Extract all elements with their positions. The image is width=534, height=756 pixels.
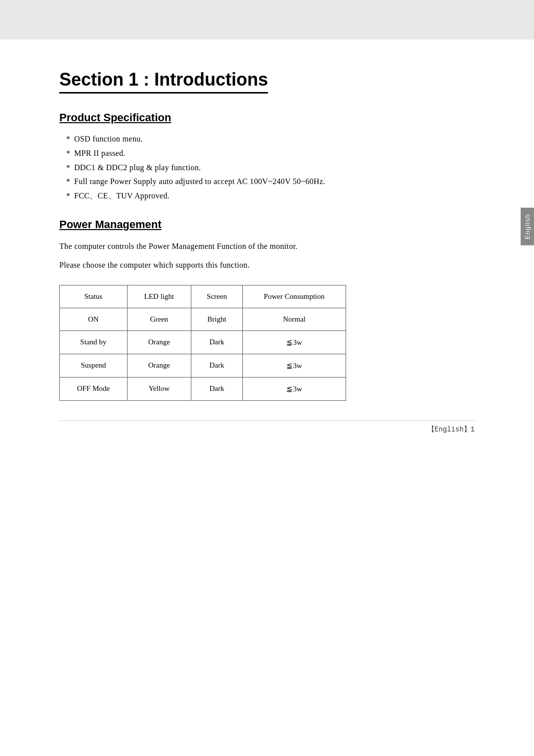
bullet-item: MPR II passed. <box>64 146 475 161</box>
pm-table-header-cell: Screen <box>191 285 242 308</box>
product-spec-title: Product Specification <box>59 111 475 124</box>
pm-description-1: The computer controls the Power Manageme… <box>59 239 475 254</box>
header-bar <box>0 0 534 40</box>
footer: 【English】1 <box>59 421 475 434</box>
pm-table-header-row: StatusLED lightScreenPower Consumption <box>60 285 346 308</box>
content-area: English Section 1 : Introductions Produc… <box>0 40 534 464</box>
bullet-item: FCC、CE、TUV Approved. <box>64 189 475 203</box>
table-cell: Stand by <box>60 331 128 354</box>
table-cell: Dark <box>191 354 242 377</box>
footer-text: 【English】1 <box>428 425 475 434</box>
table-cell: Suspend <box>60 354 128 377</box>
pm-table-head: StatusLED lightScreenPower Consumption <box>60 285 346 308</box>
table-cell: Green <box>127 308 191 331</box>
table-cell: OFF Mode <box>60 377 128 400</box>
table-row: Stand byOrangeDark≦3w <box>60 331 346 354</box>
table-cell: ≦3w <box>243 377 346 400</box>
section-title: Section 1 : Introductions <box>59 69 268 94</box>
pm-table-wrapper: StatusLED lightScreenPower Consumption O… <box>59 285 475 401</box>
table-cell: ≦3w <box>243 331 346 354</box>
table-cell: Dark <box>191 331 242 354</box>
pm-description-2: Please choose the computer which support… <box>59 258 475 273</box>
table-cell: ON <box>60 308 128 331</box>
pm-table-header-cell: Power Consumption <box>243 285 346 308</box>
pm-table-body: ONGreenBrightNormalStand byOrangeDark≦3w… <box>60 308 346 400</box>
table-cell: Normal <box>243 308 346 331</box>
sidebar-tab: English <box>521 208 534 245</box>
table-cell: Yellow <box>127 377 191 400</box>
bullet-item: Full range Power Supply auto adjusted to… <box>64 175 475 189</box>
table-cell: Dark <box>191 377 242 400</box>
table-cell: Orange <box>127 354 191 377</box>
power-management-title: Power Management <box>59 218 475 231</box>
table-cell: Orange <box>127 331 191 354</box>
pm-table: StatusLED lightScreenPower Consumption O… <box>59 285 346 401</box>
bullet-item: DDC1 & DDC2 plug & play function. <box>64 161 475 175</box>
product-spec-list: OSD function menu.MPR II passed.DDC1 & D… <box>59 132 475 203</box>
power-management-section: Power Management The computer controls t… <box>59 218 475 401</box>
pm-table-header-cell: Status <box>60 285 128 308</box>
table-row: SuspendOrangeDark≦3w <box>60 354 346 377</box>
table-row: OFF ModeYellowDark≦3w <box>60 377 346 400</box>
table-row: ONGreenBrightNormal <box>60 308 346 331</box>
pm-table-header-cell: LED light <box>127 285 191 308</box>
table-cell: Bright <box>191 308 242 331</box>
table-cell: ≦3w <box>243 354 346 377</box>
bullet-item: OSD function menu. <box>64 132 475 146</box>
